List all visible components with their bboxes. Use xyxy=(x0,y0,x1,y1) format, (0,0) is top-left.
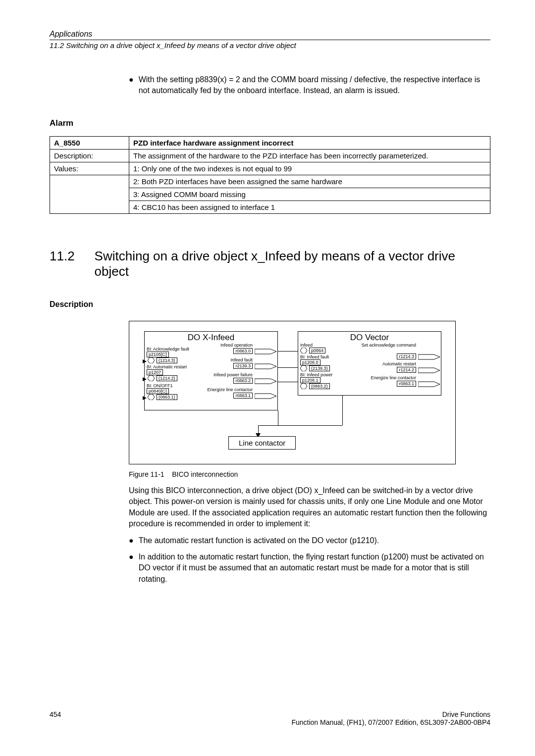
sig-out-icon xyxy=(255,393,277,400)
alarm-values-label: Values: xyxy=(50,162,129,175)
alarm-desc-label: Description: xyxy=(50,149,129,162)
r1214-3-box: r1214.3 xyxy=(397,353,416,359)
p1207-box: p1207 xyxy=(147,369,163,375)
hex-icon xyxy=(300,348,307,353)
sig-out-icon xyxy=(255,363,277,370)
alarm-value-2: 2: Both PZD interfaces have been assigne… xyxy=(129,175,490,188)
bullet-2-text: In addition to the automatic restart fun… xyxy=(139,552,490,585)
do-x-infeed-title: DO X-Infeed xyxy=(145,332,277,343)
val-0863-2: (0863.2) xyxy=(309,383,330,389)
alarm-heading: Alarm xyxy=(50,118,490,128)
sig-out-icon xyxy=(255,378,277,385)
svg-marker-1 xyxy=(148,375,155,381)
infeed-power-fail-label: Infeed power failure xyxy=(214,372,253,377)
infeed-op-label: Infeed operation xyxy=(220,343,253,348)
bullet-2: ● In addition to the automatic restart f… xyxy=(129,552,490,585)
do-x-infeed-box: DO X-Infeed BI: Acknowledge fault p2105[… xyxy=(144,331,278,410)
auto-restart-label: Automatic restart xyxy=(382,361,416,366)
alarm-value-3: 3: Assigned COMM board missing xyxy=(129,188,490,201)
hex-icon xyxy=(300,365,307,371)
section-number: 11.2 xyxy=(50,249,75,264)
table-row: A_8550 PZD interface hardware assignment… xyxy=(50,136,490,149)
table-row: 2: Both PZD interfaces have been assigne… xyxy=(50,175,490,188)
val-2139-3: (2139.3) xyxy=(309,365,330,371)
diagram-outer: DO X-Infeed BI: Acknowledge fault p2105[… xyxy=(129,321,456,464)
svg-marker-0 xyxy=(148,357,155,363)
alarm-empty-cell xyxy=(50,188,129,201)
footer-line1: Drive Functions xyxy=(291,710,490,718)
svg-marker-9 xyxy=(300,383,307,389)
intro-bullet-text: With the setting p8839(x) = 2 and the CO… xyxy=(139,74,490,97)
sig-out-icon xyxy=(418,367,441,374)
page-footer: 454 Drive Functions Function Manual, (FH… xyxy=(50,710,490,726)
alarm-title-cell: PZD interface hardware assignment incorr… xyxy=(129,136,490,149)
footer-line2: Function Manual, (FH1), 07/2007 Edition,… xyxy=(291,718,490,726)
do-vector-title: DO Vector xyxy=(298,332,441,343)
energize-contactor-label-r: Energize line contactor xyxy=(371,375,416,380)
arrow-icon xyxy=(143,377,147,381)
figure-caption-text: BICO interconnection xyxy=(172,470,238,478)
svg-marker-6 xyxy=(255,394,276,399)
val-1214-2: (1214.2) xyxy=(157,375,177,381)
connector-line xyxy=(278,351,298,352)
p1208-0-box: p1208.0 xyxy=(300,359,321,365)
bullet-icon: ● xyxy=(129,552,134,585)
intro-bullet: ● With the setting p8839(x) = 2 and the … xyxy=(129,74,490,97)
bullet-1-text: The automatic restart function is activa… xyxy=(139,535,379,546)
alarm-empty-cell xyxy=(50,175,129,188)
figure-caption-label: Figure 11-1 xyxy=(129,470,164,478)
r0863-2-box: r0863.2 xyxy=(233,378,253,384)
set-ack-cmd-label: Set acknowledge command xyxy=(361,343,416,348)
svg-marker-5 xyxy=(255,379,276,384)
svg-marker-7 xyxy=(300,348,307,353)
table-row: 3: Assigned COMM board missing xyxy=(50,188,490,201)
section-title: Switching on a drive object x_Infeed by … xyxy=(95,249,490,279)
description-heading: Description xyxy=(50,300,490,309)
bico-paragraph: Using this BICO interconnection, a drive… xyxy=(129,485,490,530)
svg-marker-3 xyxy=(255,349,276,354)
svg-marker-11 xyxy=(418,368,440,373)
bi-onoff1-label: BI: ON/OFF1 xyxy=(147,383,173,388)
p0840c-box: p0840[C] xyxy=(147,388,169,394)
alarm-empty-cell xyxy=(50,201,129,213)
p1208-1-box: p1208.1 xyxy=(300,377,321,383)
section-heading: 11.2 Switching on a drive object x_Infee… xyxy=(50,249,490,279)
val-0863-1: (0863.1) xyxy=(157,394,177,400)
figure-wrap: DO X-Infeed BI: Acknowledge fault p2105[… xyxy=(129,321,490,585)
svg-marker-2 xyxy=(148,394,155,400)
energize-contactor-label: Energize line contactor xyxy=(207,387,253,392)
header-section-path: 11.2 Switching on a drive object x_Infee… xyxy=(50,41,490,50)
figure-caption: Figure 11-1 BICO interconnection xyxy=(129,470,490,478)
bi-infeed-power-label: BI: Infeed power xyxy=(300,372,333,377)
connector-line xyxy=(258,425,278,426)
svg-marker-8 xyxy=(300,365,307,371)
connector-line xyxy=(278,367,298,368)
alarm-value-4: 4: CBC10 has been assigned to interface … xyxy=(129,201,490,213)
connector-line xyxy=(342,396,343,425)
table-row: Values: 1: Only one of the two indexes i… xyxy=(50,162,490,175)
arrow-icon xyxy=(143,359,147,363)
infeed-fault-label: Infeed fault xyxy=(230,357,253,362)
line-contactor-label: Line contactor xyxy=(239,439,285,447)
connector-line xyxy=(278,410,278,425)
alarm-desc-text: The assignment of the hardware to the PZ… xyxy=(129,149,490,162)
hex-icon xyxy=(300,383,307,389)
r0863-1-box: r0863.1 xyxy=(233,393,253,399)
header-rule xyxy=(50,40,490,40)
bi-infeed-fault-label: BI: Infeed fault xyxy=(300,354,329,359)
table-row: Description: The assignment of the hardw… xyxy=(50,149,490,162)
p2105c-box: p2105[C] xyxy=(147,352,169,357)
sig-out-icon xyxy=(418,353,441,360)
do-vector-box: DO Vector Infeed p0864 BI: Infeed fault … xyxy=(298,331,441,396)
page-number: 454 xyxy=(50,710,61,718)
hex-icon xyxy=(148,375,155,381)
connector-line xyxy=(278,425,342,426)
hex-icon xyxy=(148,357,155,363)
table-row: 4: CBC10 has been assigned to interface … xyxy=(50,201,490,213)
svg-marker-4 xyxy=(255,364,276,369)
infeed-label: Infeed xyxy=(300,343,313,348)
alarm-value-1: 1: Only one of the two indexes is not eq… xyxy=(129,162,490,175)
r0863-0-box: r0863.0 xyxy=(233,348,253,354)
connector-line xyxy=(278,382,298,382)
bullet-icon: ● xyxy=(129,535,134,546)
